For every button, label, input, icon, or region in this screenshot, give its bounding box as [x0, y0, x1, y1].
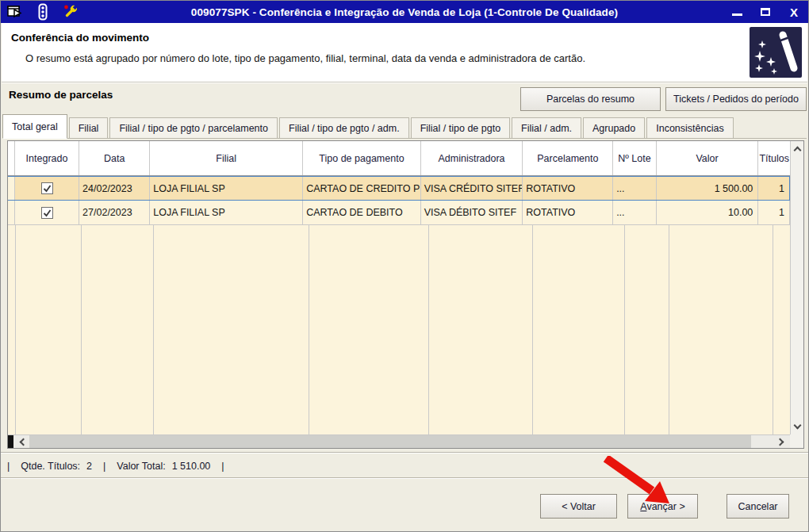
summary-section-title: Resumo de parcelas	[9, 89, 113, 101]
cell-administradora: VISA CRÉDITO SITEF	[421, 177, 523, 200]
tab-agrupado[interactable]: Agrupado	[583, 117, 645, 138]
cell-filial: LOJA FILIAL SP	[150, 177, 303, 200]
scroll-right-icon	[776, 438, 784, 446]
avancar-label: vançar >	[646, 501, 684, 512]
scroll-up-icon[interactable]	[793, 147, 801, 155]
scroll-left-button[interactable]	[15, 435, 29, 448]
traffic-light-icon[interactable]	[34, 3, 52, 21]
status-separator: |	[7, 461, 10, 472]
grouping-tabs: Total geral Filial Filial / tipo de pgto…	[2, 114, 807, 139]
cancelar-button[interactable]: Cancelar	[727, 494, 789, 519]
scroll-left-icon	[20, 438, 28, 446]
column-header-integrado[interactable]: Integrado	[15, 141, 79, 175]
cell-data: 24/02/2023	[79, 177, 150, 200]
tab-inconsistencias[interactable]: Inconsistências	[646, 117, 733, 138]
status-bar: | Qtde. Títulos: 2 | Valor Total: 1 510.…	[1, 455, 808, 477]
table-row[interactable]: 27/02/2023 LOJA FILIAL SP CARTAO DE DEBI…	[8, 201, 790, 225]
column-header-administradora[interactable]: Administradora	[421, 141, 523, 175]
wrench-icon[interactable]	[62, 3, 79, 21]
qtde-titulos-value: 2	[86, 461, 92, 472]
cell-tipo-pagamento: CARTAO DE CREDITO P	[303, 177, 420, 200]
tab-filial-tipo-pgto-parcelamento[interactable]: Filial / tipo de pgto / parcelamento	[109, 117, 278, 138]
column-header-tipo-pagamento[interactable]: Tipo de pagamento	[303, 141, 420, 175]
export-window-icon[interactable]	[6, 3, 24, 21]
status-separator: |	[103, 461, 105, 472]
integrado-checkbox[interactable]	[41, 182, 53, 194]
parcelas-grid: Integrado Data Filial Tipo de pagamento …	[7, 140, 804, 449]
maximize-button[interactable]	[759, 6, 772, 18]
cell-filial: LOJA FILIAL SP	[150, 201, 303, 224]
vertical-scrollbar[interactable]	[790, 141, 803, 434]
parcelas-do-resumo-button[interactable]: Parcelas do resumo	[520, 87, 661, 111]
column-header-titulos[interactable]: Títulos	[758, 141, 790, 175]
cell-titulos: 1	[758, 177, 790, 200]
minimize-icon	[732, 13, 742, 16]
cell-tipo-pagamento: CARTAO DE DEBITO	[303, 201, 420, 224]
page-title: Conferência do movimento	[11, 32, 149, 44]
scroll-right-button[interactable]	[774, 435, 788, 448]
scrollbar-corner	[790, 434, 803, 448]
close-button[interactable]: X	[788, 6, 800, 18]
wizard-header: Conferência do movimento O resumo está a…	[2, 23, 807, 82]
column-header-parcelamento[interactable]: Parcelamento	[523, 141, 613, 175]
divider	[1, 477, 808, 479]
voltar-button[interactable]: < Voltar	[540, 494, 617, 519]
scrollbar-indicator-block	[8, 435, 13, 448]
cell-titulos: 1	[758, 201, 790, 224]
column-header-filial[interactable]: Filial	[150, 141, 303, 175]
integrado-checkbox[interactable]	[41, 207, 53, 219]
cell-parcelamento: ROTATIVO	[523, 201, 613, 224]
title-bar: 009077SPK - Conferência e Integração de …	[1, 1, 808, 23]
close-icon: X	[790, 6, 798, 18]
tab-total-geral[interactable]: Total geral	[2, 114, 67, 139]
cell-lote: ...	[613, 177, 657, 200]
cell-administradora: VISA DÉBITO SITEF	[421, 201, 523, 224]
tab-filial-tipo-pgto[interactable]: Filial / tipo de pgto	[411, 117, 510, 138]
qtde-titulos-label: Qtde. Títulos:	[21, 461, 80, 472]
cell-valor: 10.00	[657, 201, 759, 224]
window-title: 009077SPK - Conferência e Integração de …	[1, 6, 808, 18]
grid-indicator-header	[8, 141, 15, 175]
app-window: 009077SPK - Conferência e Integração de …	[0, 0, 809, 532]
tab-filial-tipo-pgto-adm[interactable]: Filial / tipo de pgto / adm.	[279, 117, 409, 138]
status-separator: |	[221, 461, 224, 472]
minimize-button[interactable]	[730, 6, 743, 18]
tab-filial-adm[interactable]: Filial / adm.	[512, 117, 581, 138]
cell-valor: 1 500.00	[657, 177, 759, 200]
tickets-pedidos-button[interactable]: Tickets / Pedidos do período	[665, 87, 807, 111]
valor-total-label: Valor Total:	[117, 461, 165, 472]
scroll-down-icon[interactable]	[793, 422, 801, 430]
row-indicator	[8, 177, 15, 200]
cell-lote: ...	[613, 201, 657, 224]
grid-header-row: Integrado Data Filial Tipo de pagamento …	[8, 141, 790, 176]
row-indicator	[8, 201, 15, 224]
divider	[1, 452, 808, 454]
column-header-lote[interactable]: Nº Lote	[613, 141, 656, 175]
cell-data: 27/02/2023	[79, 201, 150, 224]
table-row[interactable]: 24/02/2023 LOJA FILIAL SP CARTAO DE CRED…	[8, 176, 790, 201]
horizontal-scrollbar-thumb[interactable]	[29, 435, 751, 448]
magic-wand-icon	[750, 27, 802, 78]
column-header-data[interactable]: Data	[79, 141, 150, 175]
column-header-valor[interactable]: Valor	[657, 141, 759, 175]
valor-total-value: 1 510.00	[172, 461, 211, 472]
page-subtitle: O resumo está agrupado por número do lot…	[25, 52, 585, 64]
avancar-button[interactable]: Avançar >	[627, 494, 698, 519]
tab-filial[interactable]: Filial	[69, 117, 109, 138]
maximize-icon	[761, 8, 770, 16]
cell-parcelamento: ROTATIVO	[523, 177, 613, 200]
horizontal-scrollbar[interactable]	[8, 434, 790, 448]
